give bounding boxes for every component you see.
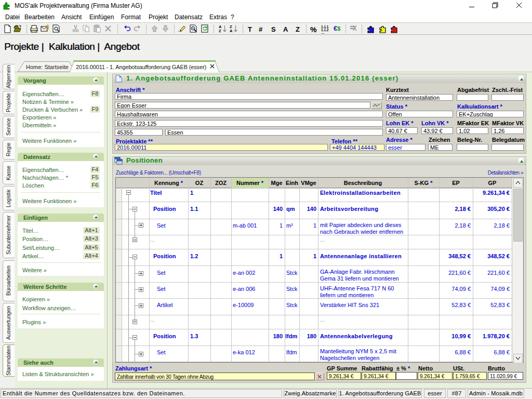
svg-text:A: A — [230, 29, 233, 33]
svg-text:Z: Z — [219, 29, 221, 33]
